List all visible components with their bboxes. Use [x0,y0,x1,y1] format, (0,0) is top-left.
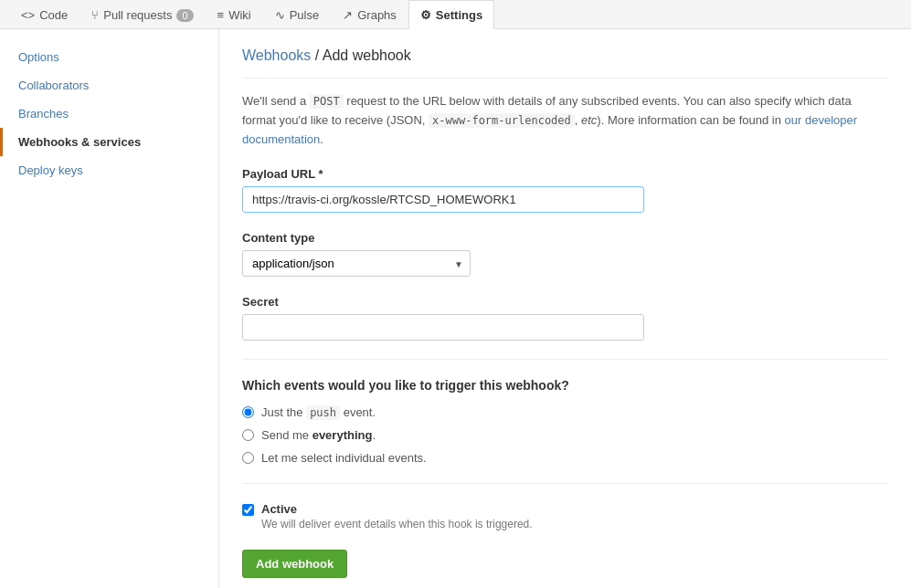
breadcrumb-separator: / [315,47,323,63]
nav-pullrequests[interactable]: ⑂ Pull requests 0 [79,0,205,29]
breadcrumb-parent[interactable]: Webhooks [242,47,311,63]
sidebar-item-branches[interactable]: Branches [0,100,218,128]
secret-section: Secret [242,295,888,341]
nav-graphs[interactable]: ↗ Graphs [331,0,408,29]
nav-code-label: Code [39,8,68,22]
sidebar-item-deploykeys[interactable]: Deploy keys [0,156,218,184]
sidebar-item-webhooks[interactable]: Webhooks & services [0,128,218,156]
pullrequest-icon: ⑂ [91,8,99,22]
breadcrumb-current: Add webhook [323,47,411,63]
nav-settings-label: Settings [436,8,482,22]
everything-bold: everything [312,428,373,442]
sidebar-item-options[interactable]: Options [0,43,218,71]
content-type-select[interactable]: application/json application/x-www-form-… [242,250,471,277]
radio-send-everything-label: Send me everything. [261,428,376,442]
radio-just-push-input[interactable] [242,406,254,418]
sidebar-item-collaborators[interactable]: Collaborators [0,71,218,100]
nav-pr-label: Pull requests [103,8,172,22]
add-webhook-button[interactable]: Add webhook [242,550,347,578]
intro-text: We'll send a POST request to the URL bel… [242,92,888,149]
main-content: Webhooks / Add webhook We'll send a POST… [219,29,911,588]
active-label: Active [261,502,533,516]
active-section: Active We will deliver event details whe… [242,502,888,530]
pulse-icon: ∿ [275,8,285,22]
radio-select-individual-label: Let me select individual events. [261,451,427,465]
urlencoded-code: x-www-form-urlencoded [429,113,575,128]
nav-code[interactable]: <> Code [9,0,79,29]
code-icon: <> [21,8,35,22]
radio-send-everything[interactable]: Send me everything. [242,428,888,442]
radio-send-everything-input[interactable] [242,429,254,441]
payload-url-label: Payload URL * [242,167,888,181]
radio-just-push[interactable]: Just the push event. [242,405,888,419]
main-layout: Options Collaborators Branches Webhooks … [0,29,911,588]
nav-wiki-label: Wiki [228,8,251,22]
payload-url-input[interactable] [242,186,644,213]
nav-graphs-label: Graphs [357,8,397,22]
sidebar: Options Collaborators Branches Webhooks … [0,29,219,588]
events-section: Which events would you like to trigger t… [242,378,888,465]
nav-settings[interactable]: ⚙ Settings [408,0,494,29]
active-desc: We will deliver event details when this … [261,518,533,530]
section-divider-2 [242,483,888,484]
secret-input[interactable] [242,314,644,341]
push-code: push [306,405,340,420]
secret-label: Secret [242,295,888,309]
active-checkbox[interactable] [242,504,254,516]
content-type-wrapper: application/json application/x-www-form-… [242,250,471,277]
content-type-label: Content type [242,231,888,245]
settings-icon: ⚙ [420,8,431,22]
content-type-section: Content type application/json applicatio… [242,231,888,277]
nav-pulse[interactable]: ∿ Pulse [263,0,332,29]
nav-pulse-label: Pulse [290,8,320,22]
active-checkbox-content: Active We will deliver event details whe… [261,502,533,530]
nav-wiki[interactable]: ≡ Wiki [206,0,263,29]
section-divider [242,359,888,360]
radio-select-individual-input[interactable] [242,452,254,464]
graphs-icon: ↗ [343,8,353,22]
radio-select-individual[interactable]: Let me select individual events. [242,451,888,465]
top-nav: <> Code ⑂ Pull requests 0 ≡ Wiki ∿ Pulse… [0,0,911,29]
post-code: POST [310,94,344,109]
payload-url-section: Payload URL * [242,167,888,213]
events-title: Which events would you like to trigger t… [242,378,888,393]
wiki-icon: ≡ [217,8,225,22]
radio-just-push-label: Just the push event. [261,405,376,419]
breadcrumb: Webhooks / Add webhook [242,47,888,79]
pr-badge: 0 [176,9,193,22]
